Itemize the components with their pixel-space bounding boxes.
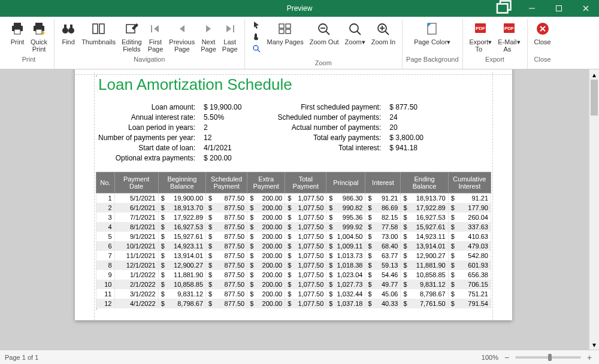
next-page-icon bbox=[202, 20, 214, 37]
cell-cum: $751.21 bbox=[448, 289, 491, 299]
cell-date: 4/1/2022 bbox=[114, 299, 158, 308]
previous-page-button[interactable]: Previous Page bbox=[166, 19, 198, 54]
svg-text:PDF: PDF bbox=[476, 26, 485, 31]
zoom-slider-thumb[interactable] bbox=[548, 354, 552, 361]
cell-sched: $877.50 bbox=[206, 213, 247, 222]
page-color-button[interactable]: Page Color▾ bbox=[408, 19, 457, 54]
table-header: Payment Date bbox=[114, 172, 158, 193]
summary-line: 5.50% bbox=[204, 113, 241, 123]
group-label-print: Print bbox=[22, 54, 36, 64]
ribbon-group-print: Print Quick Print Print bbox=[4, 19, 55, 69]
cell-extra: $200.00 bbox=[247, 232, 285, 241]
cell-beg: $10,858.85 bbox=[158, 280, 205, 289]
print-button[interactable]: Print bbox=[7, 19, 28, 54]
summary-line: Total interest: bbox=[277, 143, 381, 153]
svg-line-30 bbox=[357, 31, 361, 35]
close-preview-button[interactable]: Close bbox=[531, 19, 554, 54]
export-to-button[interactable]: PDF Export To ▾ bbox=[467, 19, 495, 54]
email-as-button[interactable]: PDF E-Mail As ▾ bbox=[495, 19, 523, 54]
summary-line: Number of payments per year: bbox=[98, 133, 195, 143]
svg-rect-23 bbox=[286, 24, 291, 28]
restore-down-icon[interactable] bbox=[494, 0, 512, 17]
zoom-minus-button[interactable]: − bbox=[502, 353, 512, 362]
cell-no: 1 bbox=[96, 193, 115, 204]
first-page-button[interactable]: First Page bbox=[145, 19, 167, 54]
zoom-label: Zoom▾ bbox=[345, 38, 365, 53]
svg-rect-0 bbox=[497, 4, 508, 13]
maximize-button[interactable] bbox=[545, 0, 572, 17]
chevron-down-icon: ▾ bbox=[447, 38, 450, 46]
find-button[interactable]: Find bbox=[58, 19, 78, 54]
cell-int: $73.00 bbox=[365, 232, 401, 241]
zoom-in-button[interactable]: Zoom In bbox=[368, 19, 398, 54]
cell-date: 2/1/2022 bbox=[114, 280, 158, 289]
cell-no: 10 bbox=[96, 280, 115, 289]
close-window-button[interactable] bbox=[572, 0, 599, 17]
summary-line: 2 bbox=[204, 123, 241, 133]
cell-sched: $877.50 bbox=[206, 280, 247, 289]
cell-prin: $990.82 bbox=[326, 203, 365, 213]
svg-rect-19 bbox=[233, 25, 234, 32]
editing-fields-button[interactable]: Editing Fields bbox=[119, 19, 145, 54]
cell-beg: $9,831.12 bbox=[158, 289, 205, 299]
many-pages-label: Many Pages bbox=[267, 38, 304, 53]
magnifier-tool-icon[interactable] bbox=[251, 43, 262, 54]
quick-print-button[interactable]: Quick Print bbox=[28, 19, 50, 54]
cell-no: 9 bbox=[96, 270, 115, 280]
group-label-navigation: Navigation bbox=[134, 54, 165, 64]
zoom-button[interactable]: Zoom▾ bbox=[342, 19, 368, 54]
cell-sched: $877.50 bbox=[206, 270, 247, 280]
scroll-up-button[interactable]: ▴ bbox=[589, 69, 599, 80]
many-pages-button[interactable]: Many Pages bbox=[264, 19, 307, 54]
table-row: 10 2/1/2022 $10,858.85 $877.50 $200.00 $… bbox=[96, 280, 491, 289]
table-row: 8 12/1/2021 $12,900.27 $877.50 $200.00 $… bbox=[96, 260, 491, 270]
scroll-thumb[interactable] bbox=[591, 80, 598, 116]
thumbnails-button[interactable]: Thumbnails bbox=[78, 19, 119, 54]
workspace: Loan Amortization Schedule Loan amount:A… bbox=[0, 69, 599, 350]
summary-line: Loan period in years: bbox=[98, 123, 195, 133]
zoom-tools-column bbox=[249, 19, 264, 57]
vertical-scrollbar[interactable]: ▴ ▾ bbox=[589, 69, 599, 350]
summary-line: $ 3,800.00 bbox=[389, 133, 423, 143]
group-label-zoom: Zoom bbox=[315, 57, 332, 68]
svg-rect-7 bbox=[14, 29, 20, 34]
next-page-button[interactable]: Next Page bbox=[198, 19, 219, 54]
cell-beg: $17,922.89 bbox=[158, 213, 205, 222]
cell-extra: $200.00 bbox=[247, 299, 285, 308]
svg-line-21 bbox=[258, 50, 260, 52]
cell-prin: $986.30 bbox=[326, 193, 365, 204]
first-page-label: First Page bbox=[148, 38, 164, 53]
scroll-down-button[interactable]: ▾ bbox=[589, 339, 599, 350]
cell-total: $1,077.50 bbox=[285, 193, 326, 204]
cell-extra: $200.00 bbox=[247, 222, 285, 232]
cell-total: $1,077.50 bbox=[285, 241, 326, 251]
summary-line: 4/1/2021 bbox=[204, 143, 241, 153]
cell-cum: $177.90 bbox=[448, 203, 491, 213]
cell-int: $68.40 bbox=[365, 241, 401, 251]
document-viewport[interactable]: Loan Amortization Schedule Loan amount:A… bbox=[0, 69, 589, 350]
svg-text:PDF: PDF bbox=[504, 26, 514, 31]
zoom-slider[interactable] bbox=[515, 356, 581, 359]
summary-line: $ 941.18 bbox=[389, 143, 423, 153]
cell-sched: $877.50 bbox=[206, 222, 247, 232]
cell-end: $15,927.61 bbox=[401, 222, 448, 232]
hand-tool-icon[interactable] bbox=[251, 31, 262, 42]
table-row: 1 5/1/2021 $19,900.00 $877.50 $200.00 $1… bbox=[96, 193, 491, 204]
cell-prin: $995.36 bbox=[326, 213, 365, 222]
cell-no: 11 bbox=[96, 289, 115, 299]
cell-total: $1,077.50 bbox=[285, 213, 326, 222]
zoom-out-button[interactable]: Zoom Out bbox=[307, 19, 342, 54]
first-page-icon bbox=[149, 20, 161, 37]
summary-line: $ 877.50 bbox=[389, 102, 423, 113]
cell-date: 12/1/2021 bbox=[114, 260, 158, 270]
editing-fields-icon bbox=[125, 20, 139, 37]
cell-extra: $200.00 bbox=[247, 203, 285, 213]
ribbon-group-navigation: Find Thumbnails Editing Fields First Pag… bbox=[55, 19, 244, 69]
previous-page-icon bbox=[176, 20, 188, 37]
pdf-export-icon: PDF bbox=[473, 20, 488, 37]
pointer-tool-icon[interactable] bbox=[251, 19, 262, 30]
minimize-button[interactable] bbox=[518, 0, 545, 17]
last-page-button[interactable]: Last Page bbox=[219, 19, 241, 54]
zoom-plus-button[interactable]: + bbox=[585, 353, 594, 362]
cell-sched: $877.50 bbox=[206, 241, 247, 251]
